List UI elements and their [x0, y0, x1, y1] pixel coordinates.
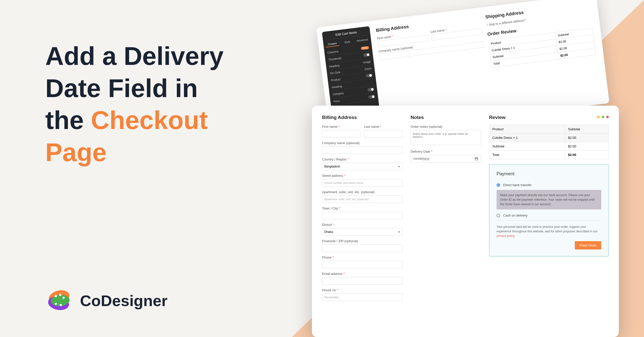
td-total-label: Total: [489, 151, 565, 159]
tab-advanced[interactable]: Advanced: [355, 37, 369, 44]
company-label: Company name (optional): [322, 141, 403, 145]
country-label: Country / Region *: [322, 157, 403, 161]
email-label: Email address *: [322, 272, 403, 276]
svg-point-3: [55, 295, 57, 297]
delivery-date-label: Delivery Date *: [411, 150, 481, 153]
td-sub-val: $2.00: [565, 142, 609, 151]
td-price: $2.00: [565, 134, 609, 142]
street-input[interactable]: [322, 179, 403, 187]
privacy-policy-link[interactable]: privacy policy: [497, 234, 514, 238]
street-label: Street address *: [322, 174, 403, 178]
lname-label: Last name *: [364, 125, 403, 129]
district-label: District *: [322, 223, 403, 227]
delivery-date-input[interactable]: mm/dd/yyyy: [411, 155, 481, 162]
tab-content[interactable]: Content: [325, 40, 339, 47]
headline-accent1: Checkout: [91, 106, 208, 135]
svg-point-5: [62, 297, 65, 299]
house-label: House no *: [322, 288, 403, 292]
dot-red: [606, 116, 609, 118]
th-subtotal: Subtotal: [565, 125, 609, 134]
pro-badge: PRO: [361, 46, 369, 50]
house-input[interactable]: [322, 293, 403, 301]
email-input[interactable]: [322, 277, 403, 285]
fname-label: First name *: [322, 125, 360, 129]
order-notes-label: Order notes (optional): [411, 125, 481, 129]
postcode-label: Postcode / ZIP (optional): [322, 239, 403, 243]
radio-checked-icon: [497, 183, 500, 187]
privacy-text: Your personal data will be used to proce…: [497, 220, 601, 238]
payment-description: Make your payment directly into our bank…: [497, 190, 601, 209]
apt-label: Apartment, suite, unit, etc. (optional): [322, 190, 403, 194]
review-table: ProductSubtotal Culotte Dress × 1$2.00 S…: [489, 125, 609, 159]
calendar-icon: [475, 157, 478, 160]
review-column: Review ProductSubtotal Culotte Dress × 1…: [489, 115, 609, 328]
dot-green: [602, 116, 604, 118]
fname-input[interactable]: [322, 130, 360, 138]
payment-option-cod[interactable]: Cash on delivery: [497, 214, 601, 217]
district-select[interactable]: Dhaka▼: [322, 228, 403, 236]
toggle-icon[interactable]: [368, 95, 375, 99]
billing-title: Billing Address: [322, 115, 403, 120]
payment-title: Payment: [497, 171, 601, 178]
notes-title: Notes: [411, 115, 481, 120]
payment-box: Payment Direct bank transfer Make your p…: [489, 164, 609, 257]
toggle-icon[interactable]: [363, 53, 370, 57]
toggle-icon[interactable]: [366, 73, 373, 78]
tab-style[interactable]: Style: [340, 39, 354, 46]
country-select[interactable]: Bangladesh▼: [322, 163, 403, 170]
chevron-down-icon: ▼: [398, 231, 400, 233]
checkout-mockup-front: Billing Address First name * Last name *…: [312, 106, 619, 337]
notes-column: Notes Order notes (optional) Delivery Da…: [411, 115, 481, 328]
order-notes-textarea[interactable]: [411, 130, 481, 145]
chevron-down-icon: ▼: [398, 165, 400, 168]
svg-point-4: [59, 294, 61, 296]
td-sub-label: Subtotal: [489, 142, 565, 151]
svg-point-7: [60, 304, 62, 306]
brand-name: CoDesigner: [80, 292, 168, 310]
headline-line3: the: [45, 106, 91, 135]
page-headline: Add a Delivery Date Field in the Checkou…: [45, 40, 297, 168]
svg-point-6: [55, 303, 57, 305]
headline-line1: Add a Delivery: [45, 42, 224, 70]
phone-input[interactable]: [322, 261, 403, 268]
phone-label: Phone *: [322, 256, 403, 259]
town-input[interactable]: [322, 212, 403, 219]
billing-column: Billing Address First name * Last name *…: [322, 115, 403, 328]
company-input[interactable]: [322, 146, 403, 154]
dot-yellow: [597, 116, 600, 118]
lname-input[interactable]: [364, 130, 403, 138]
radio-unchecked-icon: [497, 214, 500, 217]
headline-accent2: Page: [45, 138, 107, 167]
headline-line2: Date Field in: [45, 74, 198, 103]
review-title: Review: [489, 115, 609, 120]
town-label: Town / City *: [322, 206, 403, 210]
window-dots: [597, 116, 609, 118]
place-order-button[interactable]: Place Order: [575, 241, 601, 249]
td-total-val: $2.00: [565, 151, 609, 159]
svg-rect-8: [475, 158, 478, 160]
brand-logo: CoDesigner: [45, 287, 168, 314]
toggle-icon[interactable]: [367, 88, 374, 92]
td-item: Culotte Dress × 1: [489, 134, 565, 142]
payment-option-bank[interactable]: Direct bank transfer: [497, 183, 601, 187]
apt-input[interactable]: [322, 195, 403, 203]
postcode-input[interactable]: [322, 244, 403, 252]
logo-icon: [45, 287, 73, 314]
th-product: Product: [489, 125, 565, 134]
back-shipping-col: Shipping Address ○ Ship to a different a…: [485, 2, 601, 109]
